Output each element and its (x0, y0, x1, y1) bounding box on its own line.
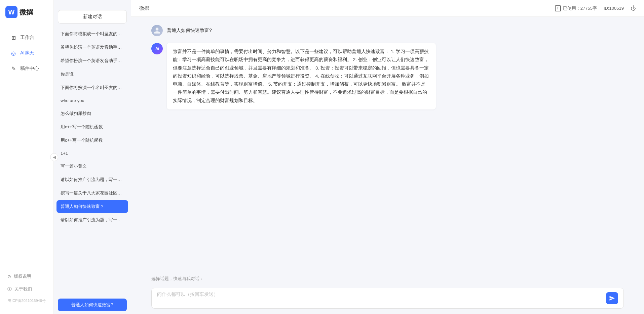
input-area (131, 284, 644, 314)
nav-item-ai-chat[interactable]: ◎ AI聊天 (3, 46, 51, 60)
conversation-item[interactable]: 怎么做狗屎炒肉 (56, 107, 128, 120)
conversation-item[interactable]: 请以如何推广引流为题，写一篇大纲 (56, 173, 128, 186)
conversation-item[interactable]: 希望你扮演一个英语发音助手，我提供给你... (56, 41, 128, 54)
conversation-item[interactable]: 1+1= (56, 147, 128, 159)
chat-messages: 普通人如何快速致富? Ai 致富并不是一件简单的事情，需要付出时间、努力和智慧。… (131, 17, 644, 272)
send-button[interactable] (606, 292, 618, 304)
ai-avatar: Ai (151, 43, 163, 54)
page-title: 微撰 (139, 5, 149, 11)
nav-label-ai-chat: AI聊天 (20, 50, 34, 56)
usage-icon: T (555, 5, 561, 11)
conversation-item[interactable]: 用c++写一个随机函数 (56, 134, 128, 147)
conversation-item[interactable]: 希望你扮演一个英语发音助手，我提供给你... (56, 54, 128, 67)
logo-text: 微撰 (20, 8, 33, 17)
power-icon[interactable]: ⏻ (631, 5, 636, 11)
collapse-sidebar-button[interactable]: ◀ (50, 153, 58, 161)
user-message-content: 普通人如何快速致富? (167, 25, 212, 34)
ai-message-content: 致富并不是一件简单的事情，需要付出时间、努力和智慧。以下是一些建议，可以帮助普通… (167, 43, 436, 109)
conversation-item[interactable]: who are you (56, 95, 128, 106)
user-message-row: 普通人如何快速致富? (151, 25, 624, 36)
conversation-item[interactable]: 撰写一篇关于八大家花园社区一刻钟便民生... (56, 187, 128, 199)
conversation-item[interactable]: 你是谁 (56, 68, 128, 81)
usage-text: 已使用：27755字 (563, 5, 597, 11)
main-chat-area: 微撰 T 已使用：27755字 ID:100519 ⏻ 普通人如何快速致富? A… (131, 0, 644, 314)
nav-item-drafts[interactable]: ✎ 稿件中心 (3, 61, 51, 76)
conversation-item[interactable]: 用c++写一个随机函数 (56, 121, 128, 133)
usage-info: T 已使用：27755字 (555, 5, 597, 11)
logo-area: W 微撰 (0, 0, 53, 24)
icp-text: 粤ICP备2021016946号 (0, 296, 53, 306)
copyright-icon: ⊙ (7, 274, 11, 279)
drafts-icon: ✎ (10, 65, 17, 72)
nav-label-about: 关于我们 (14, 286, 32, 292)
ai-chat-icon: ◎ (10, 50, 17, 56)
send-icon (609, 295, 615, 301)
user-avatar (151, 25, 163, 36)
header-right: T 已使用：27755字 ID:100519 ⏻ (555, 5, 636, 11)
nav-label-workbench: 工作台 (20, 35, 34, 41)
nav-bottom: ⊙ 版权说明 ⓘ 关于我们 粤ICP备2021016946号 (0, 270, 53, 314)
conversation-panel: 新建对话 下面你将模拟成一个叫圣友的程序员，我说...希望你扮演一个英语发音助手… (54, 0, 131, 314)
nav-copyright[interactable]: ⊙ 版权说明 (0, 270, 53, 283)
nav-label-copyright: 版权说明 (14, 273, 31, 279)
conversation-item[interactable]: 请以如何推广引流为题，写一篇大纲 (56, 214, 128, 226)
chat-input[interactable] (157, 291, 603, 305)
top-header: 微撰 T 已使用：27755字 ID:100519 ⏻ (131, 0, 644, 17)
conv-panel-header (54, 0, 131, 10)
conversation-item[interactable]: 普通人如何快速致富？ (56, 200, 128, 213)
conversation-list: 下面你将模拟成一个叫圣友的程序员，我说...希望你扮演一个英语发音助手，我提供给… (54, 28, 131, 296)
left-navigation: W 微撰 ⊞ 工作台 ◎ AI聊天 ✎ 稿件中心 ⊙ 版权说明 ⓘ 关于我们 粤… (0, 0, 54, 314)
about-icon: ⓘ (7, 286, 12, 292)
user-id-text: ID:100519 (604, 6, 624, 11)
new-conversation-button[interactable]: 新建对话 (58, 10, 127, 24)
conversation-item[interactable]: 下面你将模拟成一个叫圣友的程序员，我说... (56, 28, 128, 40)
active-conversation-button[interactable]: 普通人如何快速致富? (58, 299, 127, 311)
nav-about[interactable]: ⓘ 关于我们 (0, 283, 53, 296)
nav-item-workbench[interactable]: ⊞ 工作台 (3, 30, 51, 45)
quick-topics-label: 选择话题，快速与我对话： (131, 272, 644, 284)
conversation-item[interactable]: 下面你将扮演一个名叫圣友的医生 (56, 81, 128, 94)
workbench-icon: ⊞ (10, 34, 17, 41)
nav-label-drafts: 稿件中心 (20, 65, 39, 72)
logo-icon: W (5, 6, 17, 18)
input-box (151, 288, 624, 309)
ai-message-row: Ai 致富并不是一件简单的事情，需要付出时间、努力和智慧。以下是一些建议，可以帮… (151, 43, 624, 109)
nav-items: ⊞ 工作台 ◎ AI聊天 ✎ 稿件中心 (0, 30, 53, 270)
conversation-item[interactable]: 写一篇小黄文 (56, 160, 128, 173)
